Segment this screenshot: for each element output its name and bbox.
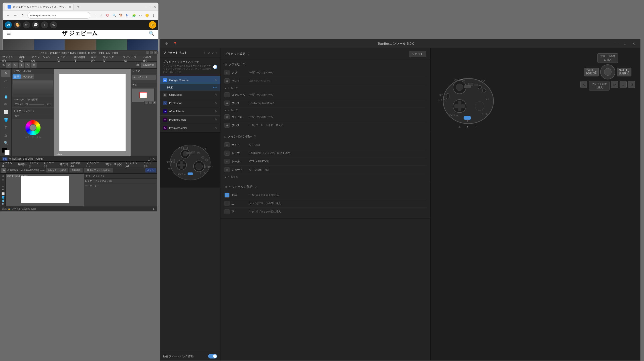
ps-menu-image[interactable]: イメージ(I) <box>29 161 41 167</box>
ps-menu-select[interactable]: 選択範囲(S) <box>70 161 84 167</box>
ps-menu-file[interactable]: ファイル(F) <box>2 161 16 167</box>
csp-tool-eyedrop[interactable]: 💧 <box>1 93 10 100</box>
ps-tool-6[interactable]: ⬜ <box>1 192 5 195</box>
ps-menu-window[interactable]: ウィンドウ(W) <box>125 161 141 167</box>
swell-block-after[interactable]: ブロックの後に挿入 <box>589 81 610 91</box>
preset-item-clipstudio[interactable]: Cs ClipStudio ✎ <box>160 91 220 99</box>
ps-arrange-btn[interactable]: ポイン <box>145 168 156 172</box>
adblocker-icon[interactable]: 🛡 <box>105 13 110 18</box>
auto-switch-toggle[interactable] <box>213 65 217 69</box>
csp-toolbar-arrows[interactable]: ◁▷ <box>1 64 5 66</box>
ps-minimize-btn[interactable]: _ <box>148 157 150 161</box>
refresh-button[interactable]: ↻ <box>20 12 26 18</box>
ps-menu-filter[interactable]: フィルター(T) <box>86 161 102 167</box>
csp-color-swatch[interactable] <box>2 148 10 155</box>
csp-tool-zoom[interactable]: 🔍 <box>1 139 10 147</box>
csp-tool-pen[interactable]: ✏ <box>1 101 10 108</box>
preset-edit-icon-premiere-color[interactable]: ✎ <box>215 126 217 130</box>
scroll-more-link[interactable]: ∨ ＞ もっと <box>224 107 426 113</box>
kit-info-icon[interactable]: ？ <box>254 185 257 189</box>
swell-sub-btn-3[interactable]: □ <box>620 81 627 88</box>
ps-path-tab[interactable]: パス <box>107 179 112 183</box>
site-search-icon[interactable]: 🔍 <box>149 31 154 36</box>
csp-tool-lasso[interactable]: ⌒ <box>1 85 10 92</box>
ext2-icon[interactable]: 🐕 <box>118 13 124 18</box>
tourbox-settings-btn[interactable]: ⚙ <box>163 40 170 47</box>
puzzle-icon[interactable]: 🧩 <box>131 13 137 18</box>
ps-all-layers-btn[interactable]: 全レイヤーも確認 <box>46 168 68 173</box>
csp-tool-select[interactable]: ▭ <box>1 77 10 85</box>
share-icon[interactable]: ↑ <box>92 13 97 18</box>
csp-tool-text[interactable]: T <box>1 124 10 131</box>
ps-text-panel-label[interactable]: 文字 <box>86 174 91 178</box>
main-more-link[interactable]: ∨ ＞ もっと <box>224 174 426 179</box>
tourbox-maximize-btn[interactable]: □ <box>622 40 629 47</box>
preset-list-add-icon[interactable]: + <box>215 51 217 55</box>
ps-close-btn[interactable]: ✕ <box>153 157 155 161</box>
preset-edit-icon-photoshop[interactable]: ✎ <box>215 101 217 105</box>
ps-tool-2[interactable]: ▭ <box>1 178 5 181</box>
tourbox-close-btn[interactable]: ✕ <box>630 40 637 47</box>
csp-tab-pastel[interactable]: パステル <box>21 74 34 79</box>
address-bar[interactable] <box>27 12 90 19</box>
csp-undo-btn[interactable]: ↩ <box>6 62 12 68</box>
ps-tool-5[interactable]: T <box>1 189 5 192</box>
swell-left-btn[interactable]: SWELL_関連記事 <box>584 68 599 76</box>
tourbox-minimize-btn[interactable]: — <box>613 40 620 47</box>
swell-sub-btn-1[interactable]: ◁ <box>580 81 587 88</box>
reset-button[interactable]: リセット <box>409 51 426 57</box>
csp-menu-edit[interactable]: 編集(E) <box>19 55 28 62</box>
knob-more-link[interactable]: ∨ ＞ もっと <box>224 85 426 91</box>
ps-tool-1[interactable]: ✥ <box>1 175 5 178</box>
ps-tool-8[interactable]: 💧 <box>1 199 5 202</box>
swell-block-before-top[interactable]: ブロックの前に挿入 <box>597 53 618 63</box>
swell-sub-btn-2[interactable]: ▷ <box>611 81 618 88</box>
ps-transform-btn[interactable]: 変形オプションを表示 <box>84 168 113 173</box>
tourbox-location-btn[interactable]: 📍 <box>172 40 179 47</box>
preset-edit-icon-chrome[interactable]: ✎ <box>215 78 217 82</box>
csp-menu-layer[interactable]: レイヤー(L) <box>57 55 71 62</box>
site-menu-icon[interactable]: ☰ <box>7 31 11 36</box>
preset-edit-icon-clipstudio[interactable]: ✎ <box>215 93 217 97</box>
ps-maximize-btn[interactable]: □ <box>150 157 152 161</box>
csp-tool-fill[interactable]: 🪣 <box>1 116 10 123</box>
wp-avatar[interactable]: 😊 <box>149 21 156 29</box>
ext3-icon[interactable]: M <box>125 13 130 18</box>
preset-list-info-icon[interactable]: ？ <box>203 51 206 55</box>
csp-tool-move[interactable]: ✥ <box>1 70 10 77</box>
csp-menu-select[interactable]: 選択範囲(S) <box>74 55 88 62</box>
sidebar-icon[interactable]: ▭ <box>138 13 143 18</box>
csp-tool-shape[interactable]: △ <box>1 131 10 139</box>
preset-list-export-icon[interactable]: ↗ <box>207 51 210 55</box>
ps-menu-type[interactable]: 書式(Y) <box>60 163 68 166</box>
avatar-icon[interactable]: 😊 <box>144 13 150 18</box>
csp-tab-pencil[interactable]: 鉛筆 <box>13 74 21 79</box>
wp-add-btn[interactable]: + <box>41 21 48 28</box>
csp-layer-item[interactable]: 👁 レイヤー1 <box>132 75 156 80</box>
csp-blend-mode[interactable]: 100%透明 <box>141 62 156 68</box>
tab-close-button[interactable]: ✕ <box>69 6 71 8</box>
csp-layer-visibility-icon[interactable]: 👁 <box>133 76 136 79</box>
csp-min-btn[interactable]: _ <box>146 51 149 54</box>
menu-icon[interactable]: ⋮ <box>151 13 156 18</box>
wp-paint-btn[interactable]: 🎨 <box>14 21 21 28</box>
ps-menu-3d[interactable]: 3D(D) <box>105 163 111 166</box>
csp-color-wheel[interactable] <box>25 120 41 135</box>
preset-item-aftereffects[interactable]: Ae After Effects ✎ <box>160 107 220 116</box>
csp-menu-animation[interactable]: アニメーション(A) <box>31 55 54 62</box>
ps-tool-move[interactable]: ✥ <box>1 168 6 173</box>
csp-menu-help[interactable]: ヘルプ(H) <box>143 55 155 62</box>
ps-layers-tab[interactable]: レイヤー <box>85 179 94 183</box>
preset-item-photoshop[interactable]: Ps Photoshop ✎ <box>160 99 220 107</box>
preset-hud-item[interactable]: HUD ● ✎ <box>160 84 220 91</box>
ps-tool-3[interactable]: ⌒ <box>1 182 5 185</box>
swell-center-dial[interactable] <box>600 64 615 79</box>
csp-menu-file[interactable]: ファイル(F) <box>2 55 16 62</box>
browser-tab[interactable]: ガジェビーム | ゲーミングデバイス・ガジ… ✕ <box>5 4 74 10</box>
preset-item-premiere-color[interactable]: Pr Premiere-color ✎ <box>160 124 220 132</box>
new-tab-button[interactable]: + <box>75 4 81 10</box>
csp-grid-btn[interactable]: ⊞ <box>31 62 37 68</box>
swell-sub-btn-4[interactable]: □ <box>628 81 635 88</box>
ps-tool-9[interactable]: 🔍 <box>1 203 5 206</box>
wp-logo[interactable]: W <box>5 21 12 28</box>
